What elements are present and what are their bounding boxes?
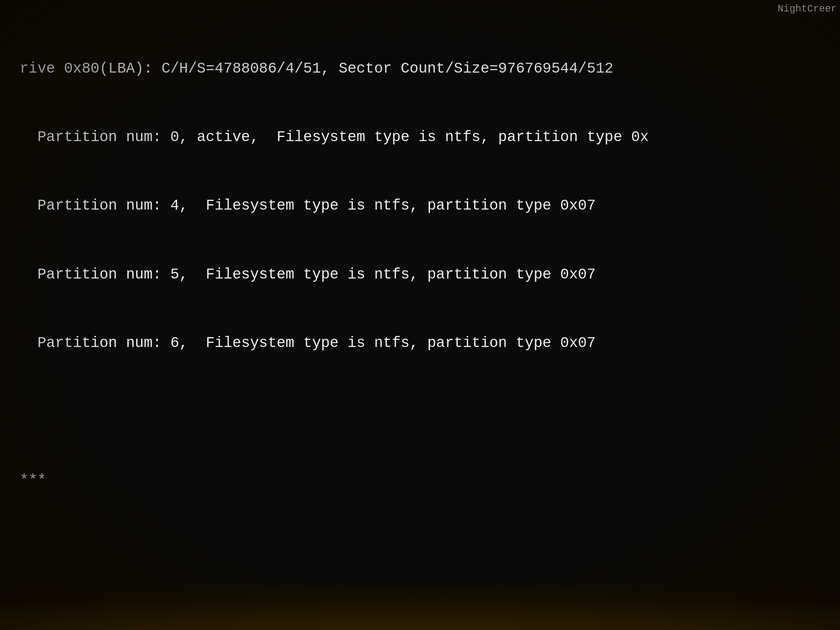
line-empty1 <box>20 401 820 424</box>
line-part0: Partition num: 0, active, Filesystem typ… <box>20 126 820 149</box>
line-part5: Partition num: 5, Filesystem type is ntf… <box>20 263 820 286</box>
line-part6: Partition num: 6, Filesystem type is ntf… <box>20 332 820 355</box>
screen: NightCreer rive 0x80(LBA): C/H/S=4788086… <box>0 0 840 630</box>
line-drive: rive 0x80(LBA): C/H/S=4788086/4/51, Sect… <box>20 57 820 80</box>
line-stars: *** <box>20 469 820 492</box>
terminal-output: rive 0x80(LBA): C/H/S=4788086/4/51, Sect… <box>0 0 840 630</box>
desk-bar <box>0 581 840 630</box>
line-empty2 <box>20 538 820 561</box>
top-label: NightCreer <box>778 3 837 14</box>
line-part4: Partition num: 4, Filesystem type is ntf… <box>20 194 820 217</box>
